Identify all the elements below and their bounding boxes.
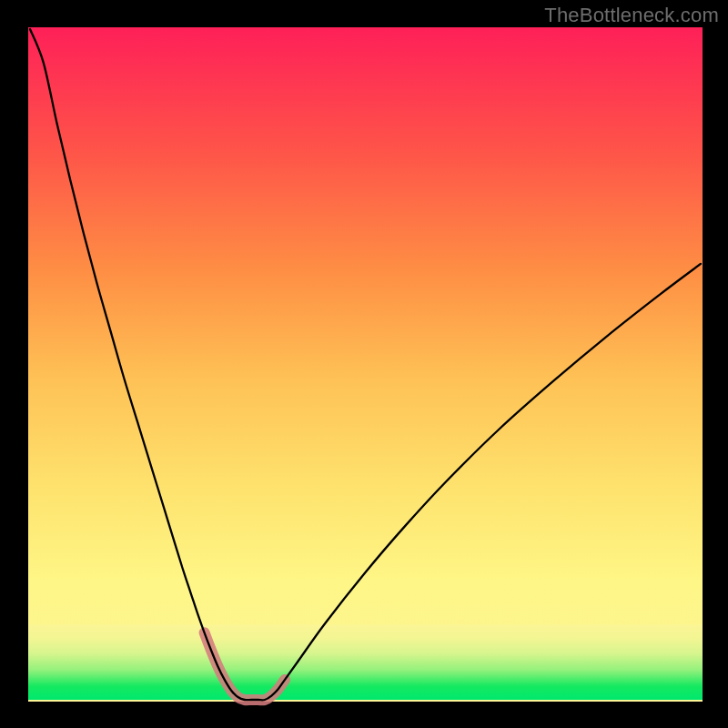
chart-container: TheBottleneck.com [0,0,728,728]
bottom-green-band [28,624,703,700]
plot-background [28,27,703,702]
watermark-text: TheBottleneck.com [544,4,719,27]
bottleneck-curve-chart [0,0,728,728]
